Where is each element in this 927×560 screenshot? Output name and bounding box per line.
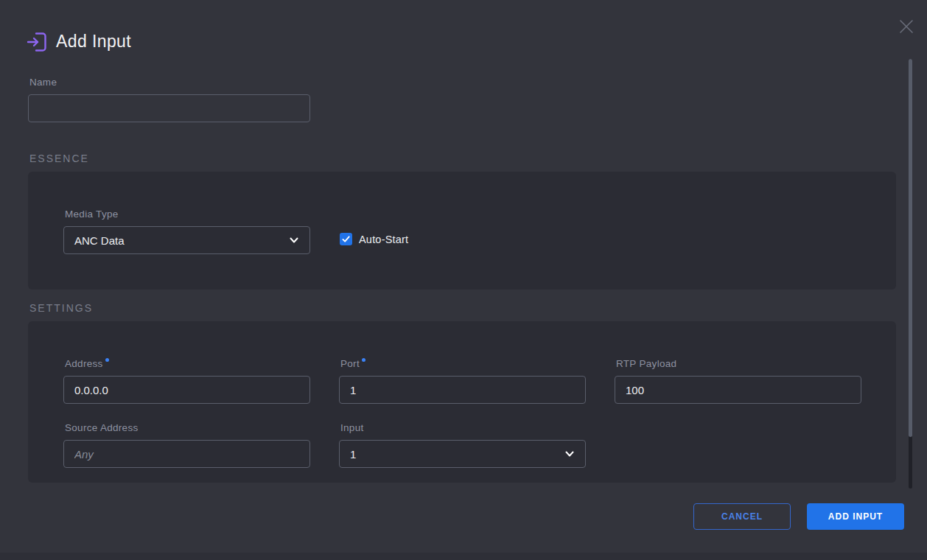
port-input[interactable]	[339, 376, 586, 404]
auto-start-checkbox[interactable]: Auto-Start	[340, 233, 408, 245]
add-input-dialog: Add Input Name ESSENCE Media Type ANC Da…	[0, 0, 927, 560]
input-select-value: 1	[350, 448, 356, 461]
scrollbar-track[interactable]	[909, 59, 912, 489]
auto-start-label: Auto-Start	[359, 234, 408, 245]
scrollbar-thumb[interactable]	[909, 59, 912, 437]
settings-section-heading: SETTINGS	[29, 302, 93, 314]
checkmark-icon	[342, 235, 350, 243]
media-type-value: ANC Data	[74, 234, 125, 247]
port-label: Port	[340, 358, 365, 369]
rtp-payload-label: RTP Payload	[616, 358, 676, 369]
cancel-button[interactable]: CANCEL	[693, 503, 791, 530]
close-icon[interactable]	[898, 18, 915, 35]
address-input[interactable]	[63, 376, 310, 404]
rtp-payload-input[interactable]	[615, 376, 861, 404]
name-input[interactable]	[28, 94, 310, 122]
source-address-label: Source Address	[65, 422, 139, 433]
chevron-down-icon	[564, 449, 575, 459]
page-title: Add Input	[56, 32, 131, 52]
input-select[interactable]: 1	[339, 440, 586, 468]
checkbox-checked-icon	[340, 233, 352, 245]
required-dot	[362, 358, 365, 362]
add-input-button[interactable]: ADD INPUT	[807, 503, 904, 530]
add-input-icon	[27, 31, 47, 53]
source-address-input[interactable]	[63, 440, 310, 468]
input-label: Input	[340, 422, 364, 433]
media-type-label: Media Type	[65, 209, 119, 220]
essence-section-heading: ESSENCE	[29, 153, 89, 164]
required-dot	[105, 358, 109, 362]
name-field-label: Name	[29, 77, 57, 88]
address-label: Address	[65, 358, 109, 369]
media-type-select[interactable]: ANC Data	[63, 226, 310, 254]
bottom-edge-strip	[0, 553, 927, 560]
chevron-down-icon	[289, 235, 299, 245]
